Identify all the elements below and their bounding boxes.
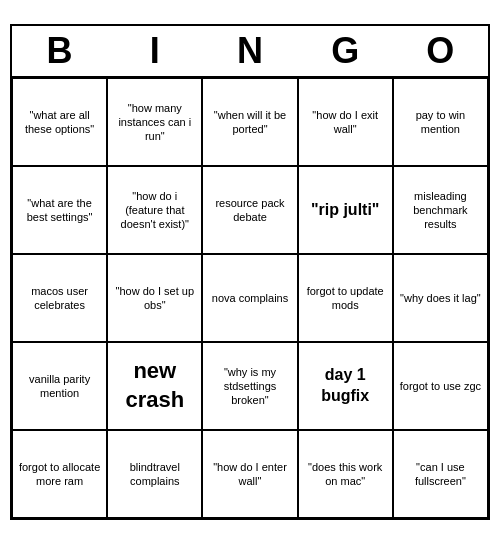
bingo-letter-i: I <box>111 30 199 72</box>
bingo-cell-18: day 1 bugfix <box>298 342 393 430</box>
bingo-cell-20: forgot to allocate more ram <box>12 430 107 518</box>
bingo-letter-o: O <box>396 30 484 72</box>
bingo-cell-21: blindtravel complains <box>107 430 202 518</box>
bingo-cell-10: macos user celebrates <box>12 254 107 342</box>
bingo-cell-8: "rip julti" <box>298 166 393 254</box>
bingo-cell-23: "does this work on mac" <box>298 430 393 518</box>
bingo-cell-13: forgot to update mods <box>298 254 393 342</box>
bingo-letter-n: N <box>206 30 294 72</box>
bingo-cell-24: "can I use fullscreen" <box>393 430 488 518</box>
bingo-cell-6: "how do i (feature that doesn't exist)" <box>107 166 202 254</box>
bingo-grid: "what are all these options""how many in… <box>12 78 488 518</box>
bingo-cell-14: "why does it lag" <box>393 254 488 342</box>
bingo-cell-16: new crash <box>107 342 202 430</box>
bingo-cell-9: misleading benchmark results <box>393 166 488 254</box>
bingo-card: BINGO "what are all these options""how m… <box>10 24 490 520</box>
bingo-header: BINGO <box>12 26 488 78</box>
bingo-cell-2: "when will it be ported" <box>202 78 297 166</box>
bingo-letter-b: B <box>16 30 104 72</box>
bingo-cell-17: "why is my stdsettings broken" <box>202 342 297 430</box>
bingo-cell-1: "how many instances can i run" <box>107 78 202 166</box>
bingo-cell-4: pay to win mention <box>393 78 488 166</box>
bingo-cell-22: "how do I enter wall" <box>202 430 297 518</box>
bingo-cell-15: vanilla parity mention <box>12 342 107 430</box>
bingo-cell-5: "what are the best settings" <box>12 166 107 254</box>
bingo-cell-19: forgot to use zgc <box>393 342 488 430</box>
bingo-cell-0: "what are all these options" <box>12 78 107 166</box>
bingo-letter-g: G <box>301 30 389 72</box>
bingo-cell-7: resource pack debate <box>202 166 297 254</box>
bingo-cell-12: nova complains <box>202 254 297 342</box>
bingo-cell-11: "how do I set up obs" <box>107 254 202 342</box>
bingo-cell-3: "how do I exit wall" <box>298 78 393 166</box>
